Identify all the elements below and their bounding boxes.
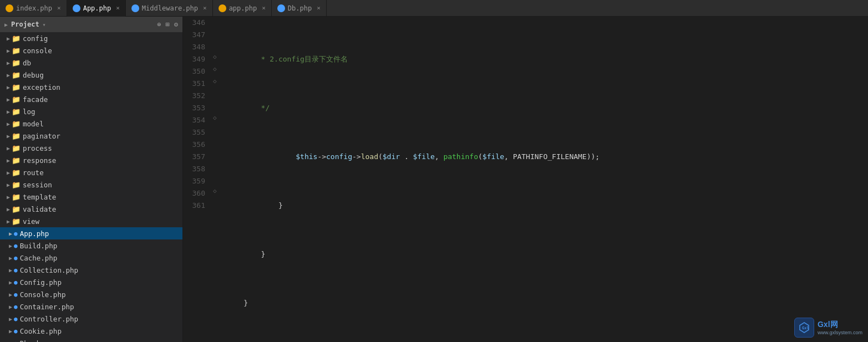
file-app-php[interactable]: ▶ ● App.php [0, 227, 182, 239]
file-console-php[interactable]: ▶ ● Console.php [0, 288, 182, 300]
sidebar-header: ▶ Project ▾ ⊕ ⊞ ⚙ [0, 17, 182, 32]
tab-db-php[interactable]: Db.php × [272, 0, 327, 17]
folder-route[interactable]: ▶ 📁 route [0, 166, 182, 178]
folder-session[interactable]: ▶ 📁 session [0, 178, 182, 191]
folder-template[interactable]: ▶ 📁 template [0, 191, 182, 203]
tab-icon-middleware [131, 4, 139, 12]
tab-icon-app [73, 4, 80, 12]
folder-config[interactable]: ▶ 📁 config [0, 32, 182, 44]
tab-app-php[interactable]: App.php × [67, 0, 126, 17]
code-line-350: } [226, 248, 868, 261]
tab-bar: index.php × App.php × Middleware.php × a… [0, 0, 868, 17]
folder-facade[interactable]: ▶ 📁 facade [0, 93, 182, 105]
tab-close-app-config[interactable]: × [262, 4, 266, 12]
gutter: ◇ ◇ ◇ ◇ ◇ [211, 17, 222, 342]
file-db-php[interactable]: ▶ ● Db.php [0, 337, 182, 342]
watermark: Gxl Gxl网 www.gxlsystem.com [794, 318, 862, 338]
line-numbers: 346 347 348 349 350 351 352 353 354 355 … [183, 17, 211, 342]
folder-debug[interactable]: ▶ 📁 debug [0, 69, 182, 81]
tab-close-index[interactable]: × [57, 4, 61, 12]
tab-icon-index [6, 4, 13, 12]
watermark-brand: Gxl网 [818, 320, 862, 330]
tab-icon-app-config [219, 4, 226, 12]
folder-log[interactable]: ▶ 📁 log [0, 105, 182, 118]
code-line-346: * 2.config目录下文件名 [226, 53, 868, 65]
tab-index-php[interactable]: index.php × [0, 0, 67, 17]
code-line-351: } [226, 297, 868, 309]
file-config-php[interactable]: ▶ ● Config.php [0, 276, 182, 288]
code-line-348: $this->config->load($dir . $file, pathin… [226, 151, 868, 163]
tab-app-config-php[interactable]: app.php × [213, 0, 272, 17]
folder-validate[interactable]: ▶ 📁 validate [0, 203, 182, 215]
tab-icon-db [277, 4, 285, 12]
file-collection-php[interactable]: ▶ ● Collection.php [0, 264, 182, 276]
watermark-text-group: Gxl网 www.gxlsystem.com [818, 320, 862, 335]
svg-text:Gxl: Gxl [802, 326, 809, 330]
settings-icon[interactable]: ⚙ [174, 21, 178, 28]
tab-middleware-php[interactable]: Middleware.php × [126, 0, 213, 17]
folder-view[interactable]: ▶ 📁 view [0, 215, 182, 227]
folder-template-label: template [23, 193, 56, 201]
folder-response[interactable]: ▶ 📁 response [0, 154, 182, 166]
code-line-347: */ [226, 102, 868, 114]
file-cache-php[interactable]: ▶ ● Cache.php [0, 252, 182, 264]
folder-exception[interactable]: ▶ 📁 exception [0, 81, 182, 93]
sidebar: ▶ Project ▾ ⊕ ⊞ ⚙ ▶ 📁 config ▶ 📁 console… [0, 17, 183, 342]
folder-paginator[interactable]: ▶ 📁 paginator [0, 130, 182, 142]
code-editor[interactable]: 346 347 348 349 350 351 352 353 354 355 … [183, 17, 868, 342]
folder-db[interactable]: ▶ 📁 db [0, 57, 182, 69]
file-cookie-php[interactable]: ▶ ● Cookie.php [0, 325, 182, 337]
add-folder-icon[interactable]: ⊞ [166, 21, 170, 28]
file-build-php[interactable]: ▶ ● Build.php [0, 239, 182, 252]
code-line-349: } [226, 200, 868, 212]
file-controller-php[interactable]: ▶ ● Controller.php [0, 313, 182, 325]
code-container: 346 347 348 349 350 351 352 353 354 355 … [183, 17, 868, 342]
main-layout: ▶ Project ▾ ⊕ ⊞ ⚙ ▶ 📁 config ▶ 📁 console… [0, 17, 868, 342]
tab-close-middleware[interactable]: × [203, 4, 207, 12]
add-file-icon[interactable]: ⊕ [157, 21, 161, 28]
watermark-icon: Gxl [794, 318, 814, 338]
watermark-url: www.gxlsystem.com [818, 330, 862, 335]
folder-console[interactable]: ▶ 📁 console [0, 44, 182, 57]
file-container-php[interactable]: ▶ ● Container.php [0, 300, 182, 313]
code-lines: * 2.config目录下文件名 */ $this->config->load(… [222, 17, 868, 342]
tab-close-app[interactable]: × [116, 4, 120, 12]
project-title: Project [11, 21, 39, 28]
folder-model[interactable]: ▶ 📁 model [0, 118, 182, 130]
folder-process[interactable]: ▶ 📁 process [0, 142, 182, 154]
sidebar-toolbar: ⊕ ⊞ ⚙ [157, 21, 178, 28]
tab-close-db[interactable]: × [317, 4, 321, 12]
